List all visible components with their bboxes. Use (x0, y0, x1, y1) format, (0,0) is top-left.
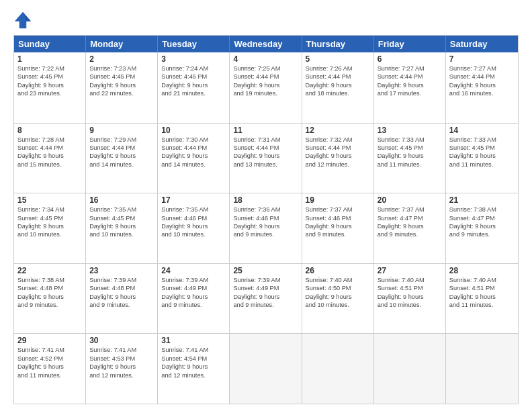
calendar-cell-21: 21Sunrise: 7:38 AM Sunset: 4:47 PM Dayli… (446, 193, 518, 263)
day-number: 10 (161, 126, 226, 135)
calendar-cell-empty (374, 334, 446, 404)
calendar-cell-10: 10Sunrise: 7:30 AM Sunset: 4:44 PM Dayli… (158, 124, 230, 193)
header-day-thursday: Thursday (302, 36, 374, 52)
day-number: 4 (233, 54, 298, 64)
calendar-cell-16: 16Sunrise: 7:35 AM Sunset: 4:45 PM Dayli… (86, 193, 158, 263)
calendar-cell-empty (230, 334, 302, 404)
cell-detail: Sunrise: 7:26 AM Sunset: 4:44 PM Dayligh… (306, 64, 370, 98)
cell-detail: Sunrise: 7:39 AM Sunset: 4:49 PM Dayligh… (233, 276, 298, 310)
header-day-monday: Monday (86, 36, 158, 52)
calendar-row-3: 15Sunrise: 7:34 AM Sunset: 4:45 PM Dayli… (14, 193, 518, 263)
cell-detail: Sunrise: 7:39 AM Sunset: 4:49 PM Dayligh… (161, 276, 226, 310)
calendar-cell-22: 22Sunrise: 7:38 AM Sunset: 4:48 PM Dayli… (14, 264, 86, 334)
cell-detail: Sunrise: 7:29 AM Sunset: 4:44 PM Dayligh… (89, 136, 154, 169)
calendar: SundayMondayTuesdayWednesdayThursdayFrid… (13, 35, 519, 404)
day-number: 23 (89, 266, 154, 275)
day-number: 15 (17, 195, 82, 205)
day-number: 1 (17, 54, 82, 64)
cell-detail: Sunrise: 7:25 AM Sunset: 4:44 PM Dayligh… (233, 64, 298, 98)
calendar-body: 1Sunrise: 7:22 AM Sunset: 4:45 PM Daylig… (14, 52, 518, 404)
day-number: 25 (233, 266, 298, 275)
header-day-saturday: Saturday (446, 36, 518, 52)
cell-detail: Sunrise: 7:28 AM Sunset: 4:44 PM Dayligh… (17, 136, 82, 169)
calendar-cell-29: 29Sunrise: 7:41 AM Sunset: 4:52 PM Dayli… (14, 334, 86, 404)
day-number: 27 (378, 266, 442, 275)
cell-detail: Sunrise: 7:41 AM Sunset: 4:54 PM Dayligh… (161, 346, 226, 379)
day-number: 31 (161, 336, 226, 345)
header-day-friday: Friday (374, 36, 446, 52)
cell-detail: Sunrise: 7:34 AM Sunset: 4:45 PM Dayligh… (17, 205, 82, 239)
cell-detail: Sunrise: 7:31 AM Sunset: 4:44 PM Dayligh… (233, 136, 298, 169)
cell-detail: Sunrise: 7:35 AM Sunset: 4:46 PM Dayligh… (161, 205, 226, 239)
calendar-cell-empty (446, 334, 518, 404)
calendar-cell-11: 11Sunrise: 7:31 AM Sunset: 4:44 PM Dayli… (230, 124, 302, 193)
header-day-sunday: Sunday (14, 36, 86, 52)
day-number: 16 (89, 195, 154, 205)
calendar-cell-8: 8Sunrise: 7:28 AM Sunset: 4:44 PM Daylig… (14, 124, 86, 193)
calendar-cell-13: 13Sunrise: 7:33 AM Sunset: 4:45 PM Dayli… (374, 124, 446, 193)
day-number: 20 (378, 195, 442, 205)
cell-detail: Sunrise: 7:27 AM Sunset: 4:44 PM Dayligh… (378, 64, 442, 98)
header-day-tuesday: Tuesday (158, 36, 230, 52)
day-number: 29 (17, 336, 82, 345)
day-number: 30 (89, 336, 154, 345)
day-number: 6 (378, 54, 442, 64)
day-number: 12 (306, 126, 370, 135)
calendar-cell-4: 4Sunrise: 7:25 AM Sunset: 4:44 PM Daylig… (230, 52, 302, 123)
page: SundayMondayTuesdayWednesdayThursdayFrid… (0, 0, 532, 411)
calendar-cell-3: 3Sunrise: 7:24 AM Sunset: 4:45 PM Daylig… (158, 52, 230, 123)
cell-detail: Sunrise: 7:27 AM Sunset: 4:44 PM Dayligh… (449, 64, 515, 98)
calendar-cell-5: 5Sunrise: 7:26 AM Sunset: 4:44 PM Daylig… (302, 52, 374, 123)
cell-detail: Sunrise: 7:38 AM Sunset: 4:47 PM Dayligh… (449, 205, 515, 239)
calendar-cell-17: 17Sunrise: 7:35 AM Sunset: 4:46 PM Dayli… (158, 193, 230, 263)
day-number: 9 (89, 126, 154, 135)
calendar-cell-14: 14Sunrise: 7:33 AM Sunset: 4:45 PM Dayli… (446, 124, 518, 193)
cell-detail: Sunrise: 7:40 AM Sunset: 4:51 PM Dayligh… (449, 276, 515, 310)
calendar-cell-2: 2Sunrise: 7:23 AM Sunset: 4:45 PM Daylig… (86, 52, 158, 123)
day-number: 7 (449, 54, 515, 64)
calendar-row-1: 1Sunrise: 7:22 AM Sunset: 4:45 PM Daylig… (14, 52, 518, 123)
day-number: 26 (306, 266, 370, 275)
calendar-row-2: 8Sunrise: 7:28 AM Sunset: 4:44 PM Daylig… (14, 123, 518, 193)
calendar-cell-30: 30Sunrise: 7:41 AM Sunset: 4:53 PM Dayli… (86, 334, 158, 404)
day-number: 8 (17, 126, 82, 135)
cell-detail: Sunrise: 7:36 AM Sunset: 4:46 PM Dayligh… (233, 205, 298, 239)
day-number: 17 (161, 195, 226, 205)
logo-icon (13, 11, 32, 30)
cell-detail: Sunrise: 7:33 AM Sunset: 4:45 PM Dayligh… (378, 136, 442, 169)
calendar-cell-18: 18Sunrise: 7:36 AM Sunset: 4:46 PM Dayli… (230, 193, 302, 263)
logo (13, 11, 35, 30)
calendar-cell-24: 24Sunrise: 7:39 AM Sunset: 4:49 PM Dayli… (158, 264, 230, 334)
calendar-cell-empty (302, 334, 374, 404)
header-day-wednesday: Wednesday (230, 36, 302, 52)
cell-detail: Sunrise: 7:24 AM Sunset: 4:45 PM Dayligh… (161, 64, 226, 98)
calendar-cell-20: 20Sunrise: 7:37 AM Sunset: 4:47 PM Dayli… (374, 193, 446, 263)
cell-detail: Sunrise: 7:38 AM Sunset: 4:48 PM Dayligh… (17, 276, 82, 310)
cell-detail: Sunrise: 7:23 AM Sunset: 4:45 PM Dayligh… (89, 64, 154, 98)
calendar-header: SundayMondayTuesdayWednesdayThursdayFrid… (14, 36, 518, 52)
calendar-row-5: 29Sunrise: 7:41 AM Sunset: 4:52 PM Dayli… (14, 333, 518, 404)
day-number: 5 (306, 54, 370, 64)
cell-detail: Sunrise: 7:41 AM Sunset: 4:53 PM Dayligh… (89, 346, 154, 379)
day-number: 14 (449, 126, 515, 135)
calendar-cell-19: 19Sunrise: 7:37 AM Sunset: 4:46 PM Dayli… (302, 193, 374, 263)
cell-detail: Sunrise: 7:33 AM Sunset: 4:45 PM Dayligh… (449, 136, 515, 169)
cell-detail: Sunrise: 7:37 AM Sunset: 4:46 PM Dayligh… (306, 205, 370, 239)
header (13, 11, 519, 30)
calendar-cell-23: 23Sunrise: 7:39 AM Sunset: 4:48 PM Dayli… (86, 264, 158, 334)
calendar-cell-1: 1Sunrise: 7:22 AM Sunset: 4:45 PM Daylig… (14, 52, 86, 123)
day-number: 24 (161, 266, 226, 275)
day-number: 11 (233, 126, 298, 135)
day-number: 18 (233, 195, 298, 205)
day-number: 19 (306, 195, 370, 205)
day-number: 13 (378, 126, 442, 135)
cell-detail: Sunrise: 7:40 AM Sunset: 4:51 PM Dayligh… (378, 276, 442, 310)
day-number: 2 (89, 54, 154, 64)
day-number: 21 (449, 195, 515, 205)
calendar-cell-25: 25Sunrise: 7:39 AM Sunset: 4:49 PM Dayli… (230, 264, 302, 334)
day-number: 3 (161, 54, 226, 64)
calendar-cell-15: 15Sunrise: 7:34 AM Sunset: 4:45 PM Dayli… (14, 193, 86, 263)
cell-detail: Sunrise: 7:37 AM Sunset: 4:47 PM Dayligh… (378, 205, 442, 239)
cell-detail: Sunrise: 7:32 AM Sunset: 4:44 PM Dayligh… (306, 136, 370, 169)
cell-detail: Sunrise: 7:35 AM Sunset: 4:45 PM Dayligh… (89, 205, 154, 239)
